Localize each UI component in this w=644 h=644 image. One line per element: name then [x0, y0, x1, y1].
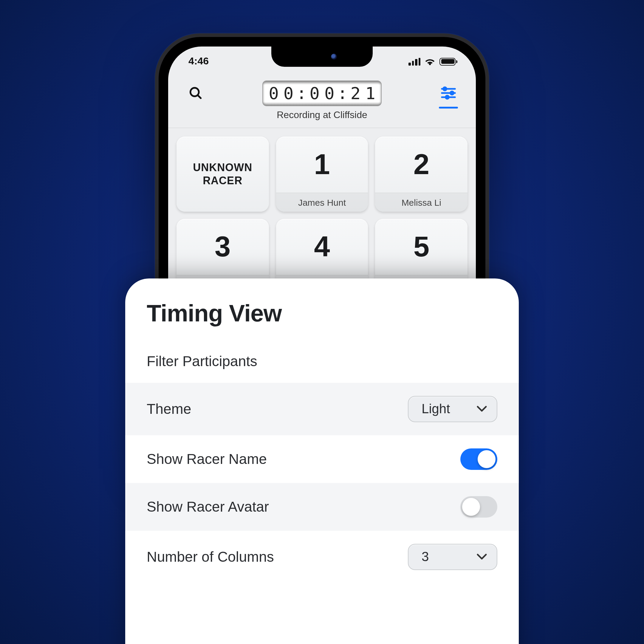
theme-label: Theme	[147, 401, 191, 417]
columns-label: Number of Columns	[147, 549, 274, 565]
filter-participants-label: Filter Participants	[147, 353, 257, 370]
theme-row: Theme Light	[125, 383, 519, 435]
racer-number: 5	[414, 219, 429, 275]
racer-number: 3	[215, 219, 230, 275]
filter-participants-row[interactable]: Filter Participants	[125, 340, 519, 383]
theme-value: Light	[422, 401, 450, 417]
sheet-title: Timing View	[125, 300, 519, 340]
chevron-down-icon	[476, 553, 487, 561]
show-racer-name-label: Show Racer Name	[147, 451, 267, 467]
show-racer-name-row: Show Racer Name	[125, 435, 519, 483]
racer-number: 2	[414, 137, 429, 193]
racer-name: Melissa Li	[375, 193, 467, 212]
svg-line-1	[198, 95, 201, 98]
racer-tile-2[interactable]: 2Melissa Li	[375, 137, 467, 212]
columns-select[interactable]: 3	[408, 544, 497, 570]
racer-number: 4	[314, 219, 330, 275]
show-racer-avatar-label: Show Racer Avatar	[147, 499, 269, 515]
status-time: 4:46	[188, 55, 209, 67]
recording-subtitle: Recording at Cliffside	[277, 110, 367, 120]
timer-display: 00:00:21	[262, 80, 382, 106]
battery-icon	[439, 58, 456, 65]
racer-name: James Hunt	[276, 193, 368, 212]
wifi-icon	[425, 58, 435, 65]
show-racer-avatar-toggle[interactable]	[460, 496, 497, 518]
racer-number: UNKNOWNRACER	[193, 137, 252, 212]
theme-select[interactable]: Light	[408, 396, 497, 422]
cellular-icon	[408, 58, 420, 65]
columns-row: Number of Columns 3	[125, 531, 519, 583]
racer-grid: UNKNOWNRACER1James Hunt2Melissa Li3Sadik…	[168, 128, 476, 294]
show-racer-name-toggle[interactable]	[460, 448, 497, 470]
racer-tile-1[interactable]: 1James Hunt	[276, 137, 368, 212]
svg-point-3	[443, 87, 446, 90]
show-racer-avatar-row: Show Racer Avatar	[125, 483, 519, 531]
settings-sheet: Timing View Filter Participants Theme Li…	[125, 278, 519, 644]
columns-value: 3	[422, 549, 429, 565]
svg-point-7	[446, 96, 449, 99]
search-button[interactable]	[182, 80, 209, 106]
racer-tile-unknown[interactable]: UNKNOWNRACER	[177, 137, 269, 212]
device-notch	[271, 47, 373, 67]
chevron-down-icon	[476, 405, 487, 413]
racer-number: 1	[314, 137, 330, 193]
svg-point-5	[451, 92, 453, 95]
settings-button[interactable]	[435, 80, 462, 106]
